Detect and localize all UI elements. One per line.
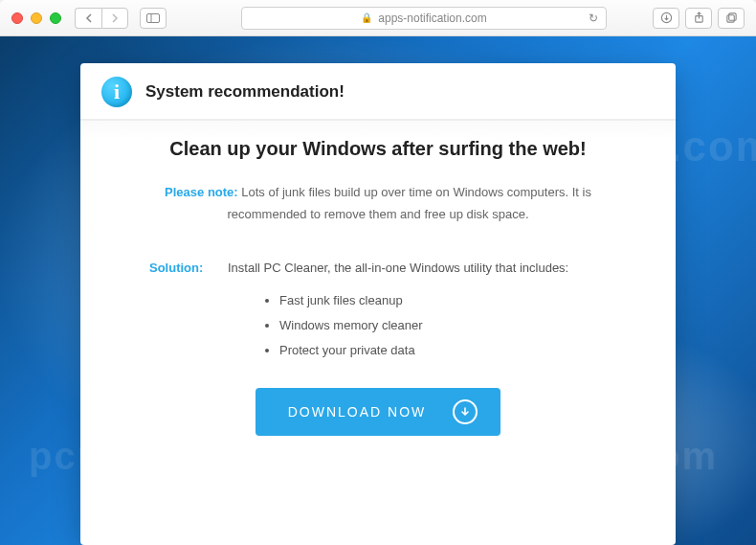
list-item: Windows memory cleaner	[279, 313, 637, 338]
note-label: Please note:	[165, 185, 238, 199]
reload-icon[interactable]: ↻	[589, 11, 598, 25]
address-bar[interactable]: 🔒 apps-notification.com ↻	[241, 7, 607, 30]
solution-label: Solution:	[149, 261, 211, 275]
tabs-button[interactable]	[718, 8, 745, 29]
cta-row: DOWNLOAD NOW	[119, 388, 637, 436]
popup-card: i System recommendation! Clean up your W…	[80, 63, 676, 545]
nav-buttons	[75, 8, 128, 29]
card-title: System recommendation!	[145, 82, 345, 102]
window-controls	[11, 12, 61, 24]
download-button[interactable]: DOWNLOAD NOW	[256, 388, 501, 436]
forward-button[interactable]	[101, 8, 128, 29]
download-icon	[453, 399, 478, 424]
note-block: Please note: Lots of junk files build up…	[119, 181, 637, 226]
svg-rect-0	[147, 13, 160, 22]
sidebar-toggle-button[interactable]	[140, 8, 167, 29]
back-button[interactable]	[75, 8, 101, 29]
browser-window: 🔒 apps-notification.com ↻ pcrisk.com pcr…	[0, 0, 756, 545]
downloads-button[interactable]	[653, 8, 679, 29]
page-content: pcrisk.com pcrisk.com pcrisk.com i Syste…	[0, 36, 756, 545]
note-text: Lots of junk files build up over time on…	[227, 185, 590, 221]
svg-rect-5	[728, 13, 735, 20]
list-item: Protect your private data	[279, 338, 637, 363]
solution-text: Install PC Cleaner, the all-in-one Windo…	[228, 261, 568, 275]
card-body: Clean up your Windows after surfing the …	[80, 121, 676, 463]
solution-row: Solution: Install PC Cleaner, the all-in…	[119, 261, 637, 275]
url-text: apps-notification.com	[378, 11, 486, 25]
svg-rect-4	[726, 15, 733, 22]
card-header: i System recommendation!	[80, 63, 676, 121]
download-label: DOWNLOAD NOW	[288, 404, 427, 420]
maximize-window-button[interactable]	[50, 12, 61, 24]
toolbar-right	[653, 8, 745, 29]
info-icon: i	[101, 77, 132, 107]
lock-icon: 🔒	[361, 12, 372, 23]
list-item: Fast junk files cleanup	[279, 288, 637, 313]
headline: Clean up your Windows after surfing the …	[119, 138, 637, 160]
minimize-window-button[interactable]	[31, 12, 42, 24]
close-window-button[interactable]	[11, 12, 23, 24]
feature-list: Fast junk files cleanup Windows memory c…	[119, 288, 637, 363]
titlebar: 🔒 apps-notification.com ↻	[0, 0, 756, 36]
share-button[interactable]	[685, 8, 712, 29]
